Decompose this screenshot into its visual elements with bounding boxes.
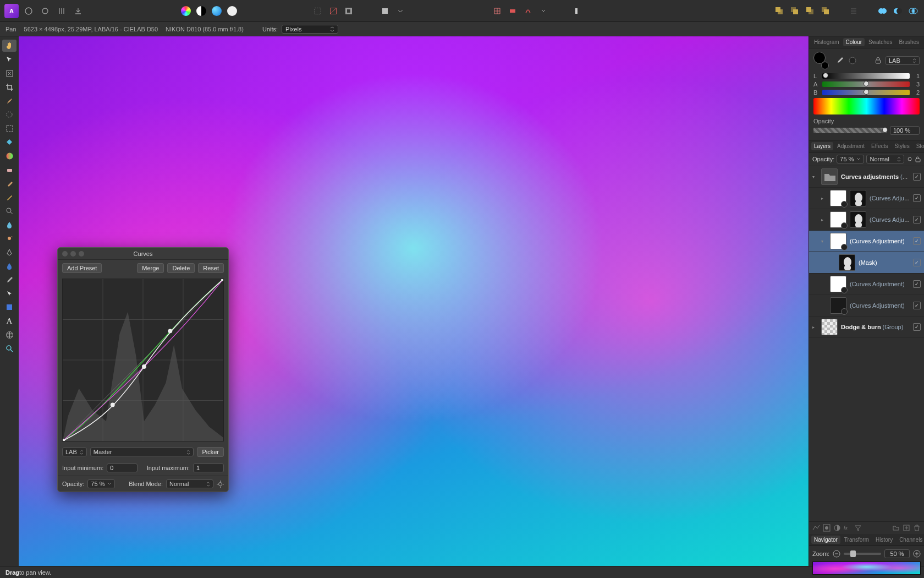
layer-row[interactable]: (Mask)✓ [809, 252, 924, 274]
grid-icon[interactable] [491, 4, 504, 18]
layer-row[interactable]: (Curves Adjustment)✓ [809, 295, 924, 317]
blur-tool-icon[interactable] [2, 219, 16, 231]
min-dot-icon[interactable] [70, 251, 76, 257]
visibility-checkbox[interactable]: ✓ [913, 259, 921, 266]
group-icon[interactable] [892, 524, 900, 532]
blend-ranges-icon[interactable] [812, 524, 820, 532]
mesh-tool-icon[interactable] [2, 329, 16, 341]
visibility-checkbox[interactable]: ✓ [913, 237, 921, 245]
develop-icon[interactable] [55, 4, 68, 18]
l-slider[interactable] [822, 73, 910, 79]
tab-histogram[interactable]: Histogram [811, 38, 842, 46]
dlg-opacity-field[interactable]: 75 % [87, 479, 115, 488]
visibility-checkbox[interactable]: ✓ [913, 194, 921, 202]
quickmask-icon[interactable] [342, 4, 355, 18]
tab-styles[interactable]: Styles [892, 142, 912, 150]
info-icon[interactable] [570, 4, 583, 18]
zoom-out-icon[interactable] [833, 550, 840, 558]
dialog-titlebar[interactable]: Curves [58, 248, 228, 260]
tab-history[interactable]: History [873, 536, 895, 544]
channel-select[interactable]: Master [90, 448, 194, 456]
layers-opacity-field[interactable]: 75 % [837, 155, 864, 163]
navigator-thumbnail[interactable] [812, 561, 921, 575]
move-tool-icon[interactable] [2, 53, 16, 66]
colour-balls-icon[interactable] [210, 4, 223, 18]
chevron-right-icon[interactable]: ▸ [821, 217, 827, 222]
opacity-slider[interactable] [813, 128, 887, 133]
dropdown-caret-icon[interactable] [394, 4, 407, 18]
a-slider[interactable] [822, 81, 910, 87]
spectrum-picker[interactable] [813, 98, 920, 114]
delete-layer-icon[interactable] [913, 524, 921, 532]
opacity-value-field[interactable]: 100 % [890, 126, 920, 135]
visibility-checkbox[interactable]: ✓ [913, 323, 921, 331]
chevron-down-icon[interactable]: ▾ [821, 239, 827, 244]
chevron-right-icon[interactable]: ▸ [821, 196, 827, 201]
zoom-value[interactable]: 50 % [884, 549, 910, 558]
selection-brush-icon[interactable] [2, 108, 16, 121]
zoom-slider[interactable] [844, 553, 881, 555]
chevron-down-icon[interactable]: ▾ [812, 175, 818, 179]
arrange-backward-icon[interactable] [788, 4, 801, 18]
export-icon[interactable] [72, 4, 85, 18]
arrange-back-icon[interactable] [772, 4, 785, 18]
view-tool-icon[interactable] [2, 67, 16, 79]
add-preset-button[interactable]: Add Preset [62, 263, 102, 273]
curves-graph[interactable] [62, 279, 224, 441]
grid2-icon[interactable] [506, 4, 519, 18]
boolean-sub-icon[interactable] [891, 4, 904, 18]
gear-icon[interactable] [906, 156, 913, 162]
tab-swatches[interactable]: Swatches [866, 38, 895, 46]
live-filter-icon[interactable] [854, 524, 862, 532]
layer-row[interactable]: ▾Curves adjustments (Group✓ [809, 166, 924, 188]
retouch-tool-icon[interactable] [2, 232, 16, 244]
text-tool-icon[interactable]: A [2, 315, 16, 327]
lock-icon[interactable] [915, 156, 921, 162]
crop-shape-icon[interactable] [378, 4, 392, 18]
bw-split-icon[interactable] [195, 4, 208, 18]
tab-colour[interactable]: Colour [843, 38, 865, 46]
flood-tool-icon[interactable] [2, 136, 16, 148]
boolean-int-icon[interactable] [906, 4, 920, 18]
pencil-tool-icon[interactable] [2, 191, 16, 203]
input-min-field[interactable]: 0 [107, 464, 138, 472]
mask-icon[interactable] [823, 524, 831, 532]
lock-icon[interactable] [875, 57, 881, 64]
max-dot-icon[interactable] [79, 251, 84, 257]
add-layer-icon[interactable] [903, 524, 910, 532]
liquify-icon[interactable] [38, 4, 52, 18]
close-dot-icon[interactable] [62, 251, 68, 257]
shape-tool-icon[interactable] [2, 301, 16, 313]
units-select[interactable]: Pixels [282, 25, 338, 34]
persona-icon[interactable] [22, 4, 35, 18]
tab-adjustment[interactable]: Adjustment [834, 142, 867, 150]
brush-tool-icon[interactable] [2, 95, 16, 107]
layers-blend-select[interactable]: Normal [866, 155, 904, 163]
white-circle-icon[interactable] [226, 4, 239, 18]
gradient-tool-icon[interactable] [2, 150, 16, 162]
arrange-front-icon[interactable] [818, 4, 832, 18]
colourspace-select[interactable]: LAB [62, 448, 87, 456]
dodge-tool-icon[interactable] [2, 205, 16, 217]
marquee-tool-icon[interactable] [2, 122, 16, 134]
tab-effects[interactable]: Effects [868, 142, 890, 150]
node-tool-icon[interactable] [2, 287, 16, 299]
zoom-tool-icon[interactable] [2, 342, 16, 355]
merge-button[interactable]: Merge [137, 263, 164, 273]
fx-icon[interactable]: fx [844, 524, 851, 532]
input-max-field[interactable]: 1 [193, 464, 224, 472]
zoom-in-icon[interactable] [913, 550, 921, 558]
layer-row[interactable]: (Curves Adjustment)✓ [809, 274, 924, 295]
visibility-checkbox[interactable]: ✓ [913, 302, 921, 309]
eyedropper-icon[interactable] [835, 56, 844, 65]
adjustment-icon[interactable] [833, 524, 841, 532]
arrange-forward-icon[interactable] [803, 4, 816, 18]
layer-row[interactable]: ▸Dodge & burn (Group)✓ [809, 317, 924, 338]
visibility-checkbox[interactable]: ✓ [913, 173, 921, 181]
b-slider[interactable] [822, 90, 910, 95]
tab-transform[interactable]: Transform [842, 536, 872, 544]
layer-row[interactable]: ▸(Curves Adjustm✓ [809, 209, 924, 231]
dropper-tool-icon[interactable] [2, 274, 16, 286]
colour-mode-select[interactable]: LAB [886, 56, 920, 65]
delete-button[interactable]: Delete [167, 263, 195, 273]
